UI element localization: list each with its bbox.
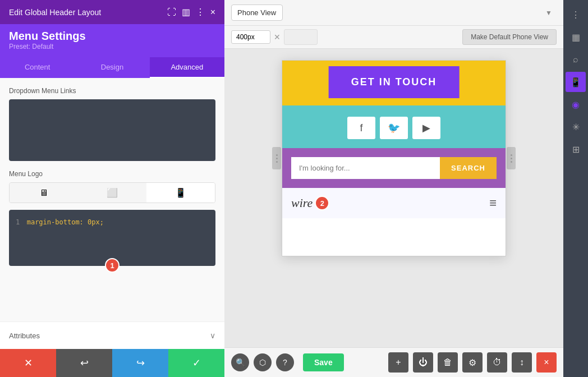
size-toolbar: ✕ Make Default Phone View [224, 26, 563, 49]
rs-cursor-icon[interactable]: ✳ [566, 117, 586, 137]
preset-label[interactable]: Preset: Default [9, 43, 215, 55]
chevron-down-icon: ∨ [210, 331, 215, 340]
rs-detect-icon[interactable]: ◉ [566, 94, 586, 114]
device-mobile-btn[interactable]: 📱 [146, 183, 215, 203]
bottom-bar: ✕ ↩ ↪ ✓ [0, 349, 224, 377]
rs-phone-icon[interactable]: 📱 [566, 72, 586, 92]
right-sidebar: ⋮ ▦ ⌕ 📱 ◉ ✳ ⊞ [563, 0, 588, 377]
expand-icon[interactable]: ⛶ [167, 7, 176, 17]
phone-preview: GET IN TOUCH f 🐦 ▶ SEARCH wire 2 ≡ [282, 60, 506, 256]
nav-section: wire 2 ≡ [282, 188, 506, 218]
youtube-icon[interactable]: ▶ [412, 117, 440, 139]
cancel-button[interactable]: ✕ [0, 349, 56, 377]
canvas-bottom-toolbar: 🔍 ⬡ ? Save + ⏻ 🗑 ⚙ ⏱ ↕ × [224, 347, 563, 377]
view-toolbar: Phone View ▼ [224, 0, 563, 26]
add-button[interactable]: + [388, 352, 408, 373]
code-editor: 1 margin-bottom: 0px; 1 [9, 210, 215, 266]
save-button[interactable]: Save [303, 353, 344, 371]
panel-header: Edit Global Header Layout ⛶ ▥ ⋮ × [0, 0, 224, 24]
attributes-section[interactable]: Attributes ∨ [0, 321, 224, 349]
rs-grid-icon[interactable]: ▦ [566, 27, 586, 47]
clear-size-button[interactable]: ✕ [274, 33, 281, 42]
power-button[interactable]: ⏻ [413, 352, 433, 373]
rs-table-icon[interactable]: ⊞ [566, 139, 586, 159]
more-icon[interactable]: ⋮ [196, 7, 205, 17]
logo-text: wire [291, 196, 313, 210]
confirm-button[interactable]: ✓ [168, 349, 224, 377]
panel-title: Menu Settings [9, 30, 215, 43]
resize-handle-left[interactable] [272, 147, 281, 169]
device-selector: 🖥 ⬜ 📱 [9, 182, 215, 203]
window-title: Edit Global Header Layout [9, 8, 101, 17]
panel-content: Dropdown Menu Links Menu Logo 🖥 ⬜ 📱 1 ma… [0, 78, 224, 321]
resize-handle-right[interactable] [507, 147, 516, 169]
delete-button[interactable]: 🗑 [438, 352, 458, 373]
undo-button[interactable]: ↩ [56, 349, 112, 377]
history-button[interactable]: ⏱ [487, 352, 507, 373]
size-input[interactable] [231, 30, 270, 44]
layers-button[interactable]: ⬡ [254, 353, 272, 371]
badge-2: 2 [315, 196, 329, 210]
device-tablet-btn[interactable]: ⬜ [78, 183, 146, 203]
tab-advanced[interactable]: Advanced [150, 57, 224, 78]
view-select[interactable]: Phone View [231, 4, 283, 21]
device-desktop-btn[interactable]: 🖥 [10, 183, 78, 203]
tab-content[interactable]: Content [0, 57, 75, 78]
select-arrow-icon: ▼ [545, 9, 552, 17]
sort-button[interactable]: ↕ [512, 352, 532, 373]
header-icons: ⛶ ▥ ⋮ × [167, 7, 215, 17]
search-input-preview[interactable] [291, 157, 440, 179]
make-default-button[interactable]: Make Default Phone View [462, 29, 557, 45]
badge-1: 1 [105, 258, 120, 273]
settings-button[interactable]: ⚙ [462, 352, 483, 373]
column-icon[interactable]: ▥ [182, 7, 190, 17]
canvas-area: GET IN TOUCH f 🐦 ▶ SEARCH wire 2 ≡ [224, 49, 563, 347]
get-in-touch-section: GET IN TOUCH [282, 61, 506, 105]
close-icon[interactable]: × [210, 7, 215, 17]
help-button[interactable]: ? [276, 353, 294, 371]
rs-more-icon[interactable]: ⋮ [566, 4, 586, 25]
view-select-wrapper: Phone View ▼ [231, 4, 557, 21]
redo-button[interactable]: ↪ [112, 349, 168, 377]
left-panel: Edit Global Header Layout ⛶ ▥ ⋮ × Menu S… [0, 0, 224, 377]
rs-search-icon[interactable]: ⌕ [566, 49, 586, 70]
menu-logo-label: Menu Logo [9, 170, 215, 178]
search-canvas-button[interactable]: 🔍 [231, 353, 249, 371]
social-icons-section: f 🐦 ▶ [282, 105, 506, 148]
line-number: 1 [16, 218, 20, 226]
search-button-preview[interactable]: SEARCH [440, 157, 497, 179]
right-area: Phone View ▼ ✕ Make Default Phone View G… [224, 0, 563, 377]
tab-design[interactable]: Design [75, 57, 149, 78]
hamburger-icon[interactable]: ≡ [489, 196, 497, 210]
tab-bar: Content Design Advanced [0, 57, 224, 78]
twitter-icon[interactable]: 🐦 [380, 117, 408, 139]
attributes-label: Attributes [9, 332, 40, 340]
code-content[interactable]: margin-bottom: 0px; [27, 218, 104, 226]
nav-logo-row: wire 2 [291, 196, 329, 210]
close-action-button[interactable]: × [536, 352, 557, 373]
dropdown-menu-links-label: Dropdown Menu Links [9, 87, 215, 95]
get-in-touch-button[interactable]: GET IN TOUCH [329, 66, 460, 98]
dropdown-menu-links-box [9, 99, 215, 161]
title-row: Menu Settings Preset: Default [0, 24, 224, 57]
size-empty-input [284, 29, 318, 45]
search-section: SEARCH [282, 148, 506, 188]
facebook-icon[interactable]: f [347, 117, 375, 139]
